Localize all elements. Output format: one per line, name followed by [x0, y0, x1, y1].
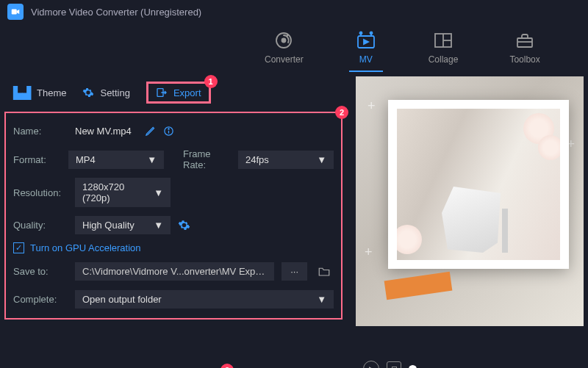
chevron-down-icon: ▼: [317, 294, 326, 305]
save-path-input[interactable]: C:\Vidmore\Vidmore V...onverter\MV Expor…: [75, 262, 274, 281]
theme-icon: ▙▟: [13, 86, 31, 100]
svg-point-5: [370, 32, 372, 35]
svg-rect-0: [12, 10, 17, 15]
quality-dropdown[interactable]: High Quality ▼: [75, 216, 171, 234]
chevron-down-icon: ▼: [147, 154, 157, 165]
svg-point-2: [282, 39, 286, 43]
accent-strip: [384, 272, 453, 300]
player-controls: ▶: [356, 361, 588, 368]
photo-frame: [388, 100, 569, 269]
browse-button[interactable]: ···: [282, 262, 307, 281]
open-folder-icon[interactable]: [315, 262, 334, 280]
app-logo-icon: [7, 4, 24, 20]
frame-rate-dropdown[interactable]: 24fps ▼: [238, 151, 334, 169]
annotation-2: 2: [335, 106, 348, 119]
gear-icon: [82, 87, 94, 98]
chevron-down-icon: ▼: [154, 220, 163, 231]
gpu-checkbox[interactable]: ✓: [13, 242, 24, 253]
plus-marker-icon: +: [368, 98, 376, 114]
svg-rect-9: [517, 38, 532, 47]
edit-icon[interactable]: [145, 126, 156, 137]
save-to-label: Save to:: [10, 266, 68, 277]
toolbox-icon: [514, 31, 536, 50]
format-dropdown[interactable]: MP4 ▼: [68, 151, 164, 169]
chevron-down-icon: ▼: [154, 187, 163, 198]
title-bar: Vidmore Video Converter (Unregistered): [0, 0, 588, 24]
subtab-setting[interactable]: Setting: [82, 87, 129, 98]
complete-label: Complete:: [10, 294, 68, 305]
app-title: Vidmore Video Converter (Unregistered): [31, 7, 201, 18]
frame-rate-label: Frame Rate:: [171, 148, 231, 170]
format-label: Format:: [10, 154, 61, 165]
tab-toolbox[interactable]: Toolbox: [509, 31, 539, 71]
name-value: New MV.mp4: [75, 126, 132, 137]
mv-icon: [355, 31, 377, 50]
name-label: Name:: [10, 126, 68, 137]
collage-icon: [432, 31, 454, 50]
sub-tabs: ▙▟ Theme Setting Export 1: [0, 76, 350, 109]
quality-settings-icon[interactable]: [178, 219, 190, 231]
svg-point-4: [359, 32, 362, 35]
gpu-label: Turn on GPU Acceleration: [30, 242, 141, 253]
tab-converter[interactable]: Converter: [265, 31, 304, 71]
resolution-dropdown[interactable]: 1280x720 (720p) ▼: [75, 178, 171, 207]
subtab-export[interactable]: Export 1: [146, 82, 211, 104]
play-button[interactable]: ▶: [363, 361, 379, 368]
stop-button[interactable]: [387, 361, 401, 368]
chevron-down-icon: ▼: [317, 154, 326, 165]
plus-marker-icon: +: [365, 245, 373, 260]
export-icon: [156, 87, 168, 98]
video-preview: + + +: [356, 76, 584, 326]
subtab-theme[interactable]: ▙▟ Theme: [13, 86, 66, 100]
tab-mv[interactable]: MV: [355, 31, 377, 71]
resolution-label: Resolution:: [10, 187, 68, 198]
quality-label: Quality:: [10, 220, 68, 231]
complete-dropdown[interactable]: Open output folder ▼: [75, 290, 334, 309]
shoe-image: [434, 157, 523, 253]
annotation-3: 3: [220, 364, 234, 368]
converter-icon: [273, 31, 295, 50]
tab-collage[interactable]: Collage: [429, 31, 459, 71]
export-form: 2 Name: New MV.mp4 Format: MP4 ▼ Frame R…: [4, 112, 343, 320]
annotation-1: 1: [204, 75, 218, 88]
svg-point-14: [168, 128, 169, 129]
info-icon[interactable]: [163, 126, 174, 137]
main-tabs: Converter MV Collage Toolbox: [0, 24, 588, 76]
